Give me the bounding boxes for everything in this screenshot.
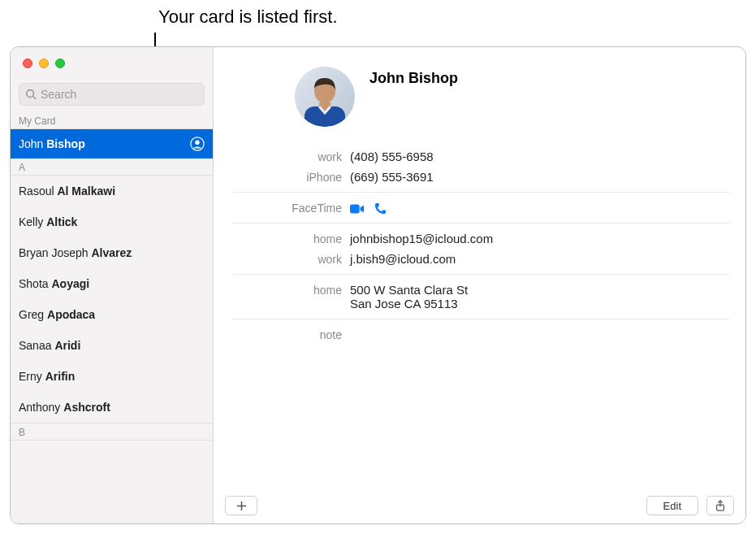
contact-first-name: Greg	[19, 308, 44, 321]
minimize-window-button[interactable]	[39, 59, 49, 68]
field-separator	[233, 192, 729, 193]
address-line1: 500 W Santa Clara St	[350, 283, 729, 297]
my-card-section-header: My Card	[11, 112, 213, 129]
my-card-row[interactable]: John Bishop	[11, 129, 213, 158]
field-facetime: FaceTime	[214, 198, 729, 218]
contact-last-name: Apodaca	[47, 308, 95, 321]
address-line2: San Jose CA 95113	[350, 297, 729, 310]
edit-button[interactable]: Edit	[646, 496, 698, 515]
field-value-email[interactable]: johnbishop15@icloud.com	[350, 232, 729, 245]
svg-rect-9	[350, 204, 360, 213]
plus-icon	[236, 501, 247, 511]
search-container	[11, 78, 213, 112]
contact-first-name: Bryan Joseph	[19, 246, 89, 259]
field-label: note	[214, 328, 350, 341]
contact-last-name: Aridi	[54, 339, 80, 352]
svg-line-1	[33, 97, 37, 100]
contact-first-name: Kelly	[19, 215, 43, 228]
field-label: home	[214, 283, 350, 297]
field-value-phone[interactable]: (408) 555-6958	[350, 150, 729, 163]
field-home-email: home johnbishop15@icloud.com	[214, 228, 729, 249]
field-value-email[interactable]: j.bish9@icloud.com	[350, 252, 729, 266]
avatar[interactable]	[295, 67, 355, 127]
contact-row[interactable]: Greg Apodaca	[11, 299, 213, 330]
contact-last-name: Bishop	[46, 137, 84, 150]
caption-text: Your card is listed first.	[158, 7, 338, 28]
contact-row[interactable]: Shota Aoyagi	[11, 268, 213, 299]
fullscreen-window-button[interactable]	[55, 59, 65, 68]
contact-detail: John Bishop work (408) 555-6958 iPhone (…	[214, 47, 745, 523]
field-label: work	[214, 252, 350, 266]
section-header-b: B	[11, 423, 213, 441]
contact-row[interactable]: Rasoul Al Malkawi	[11, 176, 213, 206]
share-button[interactable]	[706, 496, 734, 515]
contact-first-name: Shota	[19, 277, 49, 290]
field-work-email: work j.bish9@icloud.com	[214, 249, 729, 269]
avatar-image	[295, 67, 355, 127]
close-window-button[interactable]	[23, 59, 32, 68]
svg-point-0	[27, 90, 34, 98]
field-label: iPhone	[214, 170, 350, 184]
fields: work (408) 555-6958 iPhone (669) 555-369…	[214, 146, 745, 345]
field-iphone: iPhone (669) 555-3691	[214, 167, 729, 187]
field-separator	[233, 274, 729, 275]
detail-header: John Bishop	[214, 47, 745, 146]
sidebar: My Card John Bishop A Rasoul Al Malkawi …	[11, 47, 214, 523]
contact-list: My Card John Bishop A Rasoul Al Malkawi …	[11, 112, 213, 523]
svg-point-3	[195, 141, 199, 145]
contact-detail-name: John Bishop	[369, 67, 458, 87]
contact-first-name: Rasoul	[19, 185, 54, 198]
person-badge-icon	[190, 137, 205, 151]
field-value-phone[interactable]: (669) 555-3691	[350, 170, 729, 184]
search-input[interactable]	[41, 88, 198, 101]
bottom-toolbar: Edit	[214, 488, 745, 523]
contact-row[interactable]: Bryan Joseph Alvarez	[11, 237, 213, 268]
contact-last-name: Alvarez	[92, 246, 132, 259]
right-toolbar-buttons: Edit	[646, 496, 734, 515]
contact-last-name: Arifin	[45, 370, 76, 383]
contact-last-name: Altick	[46, 215, 77, 228]
audio-call-icon[interactable]	[374, 202, 387, 215]
field-home-address: home 500 W Santa Clara St San Jose CA 95…	[214, 280, 729, 314]
search-field[interactable]	[19, 83, 205, 106]
contact-first-name: Anthony	[19, 401, 60, 414]
section-header-a: A	[11, 158, 213, 176]
facetime-actions	[350, 201, 729, 215]
field-note: note	[214, 324, 729, 345]
share-icon	[715, 499, 726, 512]
contacts-window: My Card John Bishop A Rasoul Al Malkawi …	[10, 46, 746, 524]
search-icon	[25, 89, 37, 100]
window-controls	[11, 47, 213, 78]
contact-row[interactable]: Anthony Ashcroft	[11, 392, 213, 423]
contact-row[interactable]: Erny Arifin	[11, 361, 213, 392]
contact-row[interactable]: Sanaa Aridi	[11, 330, 213, 361]
contact-first-name: John	[19, 137, 43, 150]
field-separator	[233, 223, 729, 224]
contact-row[interactable]: Kelly Altick	[11, 206, 213, 237]
add-contact-button[interactable]	[225, 496, 257, 515]
contact-last-name: Aoyagi	[51, 277, 89, 290]
field-separator	[233, 319, 729, 319]
contact-first-name: Sanaa	[19, 339, 51, 352]
video-call-icon[interactable]	[350, 203, 365, 215]
contact-last-name: Al Malkawi	[57, 185, 115, 198]
my-card-name: John Bishop	[19, 137, 85, 150]
contact-first-name: Erny	[19, 370, 42, 383]
contact-last-name: Ashcroft	[63, 401, 110, 414]
field-label: work	[214, 150, 350, 163]
field-label: FaceTime	[214, 201, 350, 215]
field-work-phone: work (408) 555-6958	[214, 146, 729, 167]
field-label: home	[214, 232, 350, 245]
field-value-address[interactable]: 500 W Santa Clara St San Jose CA 95113	[350, 283, 729, 310]
